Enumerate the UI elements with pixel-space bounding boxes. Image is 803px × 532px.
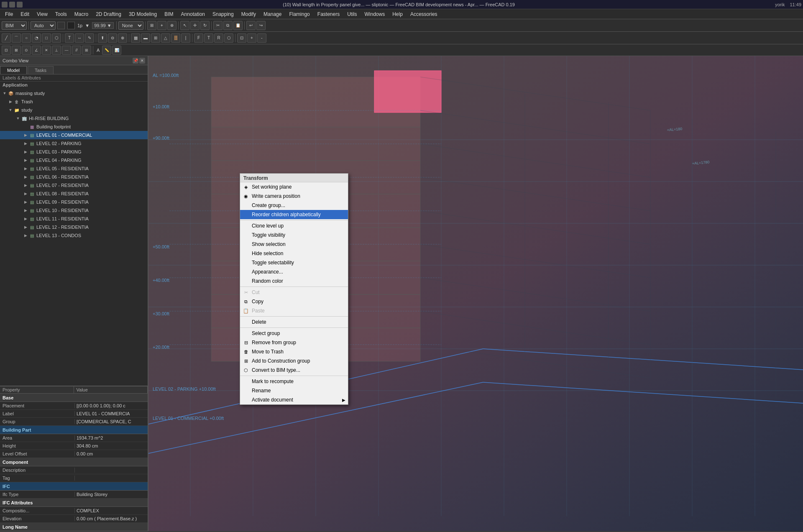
- tb-redo[interactable]: ↪: [256, 21, 266, 30]
- tb-view-right[interactable]: R: [214, 33, 223, 43]
- tb-zoom-fit[interactable]: ⊡: [237, 33, 246, 43]
- ctx-create-group[interactable]: Create group...: [240, 201, 348, 210]
- snap-midpoint[interactable]: ⊠: [12, 46, 21, 55]
- menu-help[interactable]: Help: [389, 10, 406, 18]
- tb-cut3d[interactable]: ⊖: [108, 33, 117, 43]
- ctx-rename[interactable]: Rename: [240, 386, 348, 395]
- tree-item-level02[interactable]: ▶ ▤ LEVEL 02 - PARKING: [0, 139, 148, 148]
- window-maximize[interactable]: [9, 2, 15, 8]
- ctx-toggle-selectability[interactable]: Toggle selectability: [240, 258, 348, 267]
- tb-zoom-in[interactable]: +: [247, 33, 256, 43]
- tree-item-trash[interactable]: ▶ 🗑 Trash: [0, 97, 148, 106]
- menu-annotation[interactable]: Annotation: [178, 10, 208, 18]
- tb-snap[interactable]: ⌖: [157, 21, 166, 30]
- tb-circle[interactable]: ○: [22, 33, 31, 43]
- tb-select[interactable]: ↖: [180, 21, 189, 30]
- tb-dim[interactable]: ↔: [75, 33, 84, 43]
- tree-item-level05[interactable]: ▶ ▤ LEVEL 05 - RESIDENTIA: [0, 164, 148, 173]
- snap-extension[interactable]: ---: [62, 46, 71, 55]
- ctx-select-group[interactable]: Select group: [240, 329, 348, 338]
- tb-undo[interactable]: ↩: [246, 21, 256, 30]
- snap-intersection[interactable]: ✕: [42, 46, 51, 55]
- tb-polyline[interactable]: ⌒: [12, 33, 21, 43]
- tb-fuse[interactable]: ⊕: [118, 33, 127, 43]
- ctx-set-working-plane[interactable]: ◈ Set working plane: [240, 182, 348, 192]
- tree-view[interactable]: ▼ 📦 massing study ▶ 🗑 Trash ▼ 📁 study: [0, 88, 148, 386]
- tree-item-study[interactable]: ▼ 📁 study: [0, 106, 148, 114]
- props-row-tag[interactable]: Tag: [0, 474, 148, 482]
- props-row-level-offset[interactable]: Level Offset 0.00 cm: [0, 450, 148, 458]
- ctx-mark-recompute[interactable]: Mark to recompute: [240, 377, 348, 386]
- ctx-cut[interactable]: ✂ Cut: [240, 288, 348, 297]
- tb-roof[interactable]: △: [161, 33, 170, 43]
- tree-item-level07[interactable]: ▶ ▤ LEVEL 07 - RESIDENTIA: [0, 181, 148, 189]
- combo-close[interactable]: ✕: [139, 58, 145, 64]
- menu-edit[interactable]: Edit: [17, 10, 33, 18]
- menu-manage[interactable]: Manage: [260, 10, 285, 18]
- ctx-move-to-trash[interactable]: 🗑 Move to Trash: [240, 347, 348, 356]
- tree-item-hirise[interactable]: ▼ 🏢 HI-RISE BUILDING: [0, 114, 148, 123]
- tree-item-level11[interactable]: ▶ ▤ LEVEL 11 - RESIDENTIA: [0, 215, 148, 223]
- menu-modify[interactable]: Modify: [238, 10, 259, 18]
- ctx-show-selection[interactable]: Show selection: [240, 240, 348, 249]
- ctx-delete[interactable]: Delete: [240, 317, 348, 327]
- snap-mode[interactable]: None: [118, 21, 143, 30]
- snap-grid[interactable]: ⊞: [82, 46, 91, 55]
- tb-polygon[interactable]: ⬡: [52, 33, 61, 43]
- ctx-random-color[interactable]: Random color: [240, 276, 348, 286]
- tb-zoom-out[interactable]: -: [257, 33, 266, 43]
- menu-2d-drafting[interactable]: 2D Drafting: [92, 10, 125, 18]
- ctx-add-to-construction[interactable]: ⊞ Add to Construction group: [240, 356, 348, 366]
- tree-item-level04[interactable]: ▶ ▤ LEVEL 04 - PARKING: [0, 156, 148, 164]
- snap-perpendicular[interactable]: ⊥: [52, 46, 61, 55]
- snap-center[interactable]: ⊙: [22, 46, 31, 55]
- tree-item-level06[interactable]: ▶ ▤ LEVEL 06 - RESIDENTIA: [0, 173, 148, 181]
- ctx-convert-to-bim[interactable]: ⬡ Convert to BIM type...: [240, 366, 348, 375]
- menu-utils[interactable]: Utils: [344, 10, 360, 18]
- props-row-composition[interactable]: Compositio... COMPLEX: [0, 507, 148, 515]
- tab-tasks[interactable]: Tasks: [28, 66, 54, 74]
- props-row-placement[interactable]: Placement [(0.00 0.00 1.00); 0.00 c: [0, 402, 148, 410]
- tb-view-front[interactable]: F: [194, 33, 203, 43]
- menu-snapping[interactable]: Snapping: [209, 10, 237, 18]
- snap-angle[interactable]: ∠: [32, 46, 41, 55]
- tb-arc[interactable]: ◔: [32, 33, 41, 43]
- props-row-height[interactable]: Height 304.80 cm: [0, 442, 148, 450]
- ctx-toggle-visibility[interactable]: Toggle visibility: [240, 230, 348, 240]
- tb-slab[interactable]: ▬: [141, 33, 150, 43]
- props-row-group[interactable]: Group [COMMERCIAL SPACE, C: [0, 418, 148, 426]
- props-row-area[interactable]: Area 1934.73 m^2: [0, 434, 148, 442]
- tree-item-level03[interactable]: ▶ ▤ LEVEL 03 - PARKING: [0, 148, 148, 156]
- tb-rect[interactable]: □: [42, 33, 51, 43]
- line-color[interactable]: [67, 22, 75, 29]
- window-minimize[interactable]: [2, 2, 8, 8]
- tb-report[interactable]: 📊: [112, 46, 121, 55]
- props-row-ifc-type[interactable]: Ifc Type Building Storey: [0, 491, 148, 499]
- tree-level02-arrow[interactable]: ▶: [23, 141, 28, 146]
- tb-ortho[interactable]: ⊕: [167, 21, 176, 30]
- ctx-appearance[interactable]: Appearance...: [240, 267, 348, 276]
- context-menu[interactable]: Transform ◈ Set working plane ◉ Write ca…: [240, 173, 348, 405]
- tb-window[interactable]: ⊞: [151, 33, 160, 43]
- window-close[interactable]: [17, 2, 23, 8]
- tb-view-top[interactable]: T: [204, 33, 213, 43]
- tree-item-level08[interactable]: ▶ ▤ LEVEL 08 - RESIDENTIA: [0, 189, 148, 198]
- menu-accessories[interactable]: Accessories: [407, 10, 441, 18]
- snap-parallel[interactable]: //: [72, 46, 81, 55]
- mode-selector[interactable]: Auto: [31, 21, 56, 30]
- tb-grid[interactable]: ⊞: [147, 21, 156, 30]
- tree-item-level13[interactable]: ▶ ▤ LEVEL 13 - CONDOS: [0, 231, 148, 240]
- tree-trash-arrow[interactable]: ▶: [8, 99, 13, 105]
- tb-wall[interactable]: ▦: [131, 33, 140, 43]
- tree-hirise-arrow[interactable]: ▼: [15, 115, 21, 121]
- tb-column[interactable]: |: [181, 33, 190, 43]
- tb-text[interactable]: T: [65, 33, 74, 43]
- ctx-remove-from-group[interactable]: ⊟ Remove from group: [240, 338, 348, 347]
- tb-cut[interactable]: ✂: [213, 21, 222, 30]
- tree-root-arrow[interactable]: ▼: [2, 90, 8, 96]
- menu-3d-modeling[interactable]: 3D Modeling: [125, 10, 160, 18]
- tree-root[interactable]: ▼ 📦 massing study: [0, 89, 148, 97]
- menu-bim[interactable]: BIM: [161, 10, 176, 18]
- ctx-reorder-children[interactable]: Reorder children alphabetically: [240, 210, 348, 219]
- ctx-write-camera[interactable]: ◉ Write camera position: [240, 192, 348, 201]
